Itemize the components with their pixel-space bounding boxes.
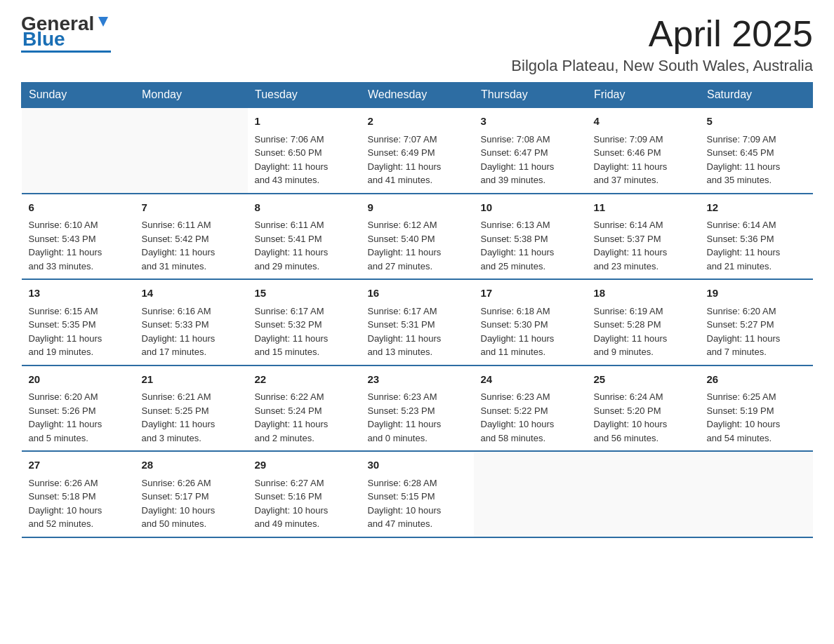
day-info: Sunrise: 6:28 AMSunset: 5:15 PMDaylight:… <box>368 476 467 531</box>
day-number: 20 <box>29 372 128 388</box>
logo-underline <box>21 51 111 53</box>
day-number: 8 <box>255 200 354 216</box>
day-info: Sunrise: 6:17 AMSunset: 5:31 PMDaylight:… <box>368 304 467 359</box>
day-info: Sunrise: 6:11 AMSunset: 5:41 PMDaylight:… <box>255 218 354 273</box>
day-number: 24 <box>481 372 580 388</box>
day-info: Sunrise: 6:27 AMSunset: 5:16 PMDaylight:… <box>255 476 354 531</box>
day-number: 1 <box>255 114 354 130</box>
day-number: 15 <box>255 286 354 302</box>
calendar-cell: 6Sunrise: 6:10 AMSunset: 5:43 PMDaylight… <box>22 194 135 280</box>
day-number: 7 <box>142 200 241 216</box>
day-header-wednesday: Wednesday <box>361 83 474 108</box>
day-number: 29 <box>255 457 354 474</box>
calendar-cell: 2Sunrise: 7:07 AMSunset: 6:49 PMDaylight… <box>361 107 474 194</box>
day-number: 25 <box>594 372 693 388</box>
day-info: Sunrise: 6:10 AMSunset: 5:43 PMDaylight:… <box>29 218 128 273</box>
day-number: 5 <box>707 114 806 130</box>
calendar-cell: 23Sunrise: 6:23 AMSunset: 5:23 PMDayligh… <box>361 365 474 452</box>
day-info: Sunrise: 6:23 AMSunset: 5:22 PMDaylight:… <box>481 390 580 445</box>
calendar-cell: 19Sunrise: 6:20 AMSunset: 5:27 PMDayligh… <box>700 279 813 365</box>
day-header-tuesday: Tuesday <box>248 83 361 108</box>
day-number: 19 <box>707 286 806 302</box>
location-title: Bilgola Plateau, New South Wales, Austra… <box>511 57 813 75</box>
calendar-cell: 21Sunrise: 6:21 AMSunset: 5:25 PMDayligh… <box>135 365 248 452</box>
page-header: General Blue April 2025 Bilgola Plateau,… <box>21 14 813 75</box>
day-info: Sunrise: 6:25 AMSunset: 5:19 PMDaylight:… <box>707 390 806 445</box>
day-info: Sunrise: 6:14 AMSunset: 5:36 PMDaylight:… <box>707 218 806 273</box>
svg-marker-0 <box>98 17 108 27</box>
day-number: 28 <box>142 457 241 474</box>
calendar-cell: 25Sunrise: 6:24 AMSunset: 5:20 PMDayligh… <box>587 365 700 452</box>
calendar-cell: 18Sunrise: 6:19 AMSunset: 5:28 PMDayligh… <box>587 279 700 365</box>
day-number: 3 <box>481 114 580 130</box>
logo: General Blue <box>21 14 111 53</box>
day-info: Sunrise: 6:26 AMSunset: 5:18 PMDaylight:… <box>29 476 128 531</box>
calendar-cell: 16Sunrise: 6:17 AMSunset: 5:31 PMDayligh… <box>361 279 474 365</box>
calendar-cell <box>700 451 813 537</box>
day-info: Sunrise: 6:15 AMSunset: 5:35 PMDaylight:… <box>29 304 128 359</box>
day-info: Sunrise: 7:07 AMSunset: 6:49 PMDaylight:… <box>368 133 467 187</box>
day-info: Sunrise: 6:12 AMSunset: 5:40 PMDaylight:… <box>368 218 467 273</box>
calendar-cell: 28Sunrise: 6:26 AMSunset: 5:17 PMDayligh… <box>135 451 248 537</box>
day-number: 30 <box>368 457 467 474</box>
calendar-cell: 22Sunrise: 6:22 AMSunset: 5:24 PMDayligh… <box>248 365 361 452</box>
calendar-cell <box>22 107 135 194</box>
week-row-1: 1Sunrise: 7:06 AMSunset: 6:50 PMDaylight… <box>22 107 813 194</box>
day-info: Sunrise: 6:19 AMSunset: 5:28 PMDaylight:… <box>594 304 693 359</box>
calendar-cell: 11Sunrise: 6:14 AMSunset: 5:37 PMDayligh… <box>587 194 700 280</box>
calendar-cell: 3Sunrise: 7:08 AMSunset: 6:47 PMDaylight… <box>474 107 587 194</box>
day-number: 9 <box>368 200 467 216</box>
calendar-cell: 15Sunrise: 6:17 AMSunset: 5:32 PMDayligh… <box>248 279 361 365</box>
week-row-3: 13Sunrise: 6:15 AMSunset: 5:35 PMDayligh… <box>22 279 813 365</box>
day-info: Sunrise: 6:21 AMSunset: 5:25 PMDaylight:… <box>142 390 241 445</box>
calendar-cell: 13Sunrise: 6:15 AMSunset: 5:35 PMDayligh… <box>22 279 135 365</box>
calendar-cell: 4Sunrise: 7:09 AMSunset: 6:46 PMDaylight… <box>587 107 700 194</box>
calendar-cell: 14Sunrise: 6:16 AMSunset: 5:33 PMDayligh… <box>135 279 248 365</box>
day-info: Sunrise: 6:22 AMSunset: 5:24 PMDaylight:… <box>255 390 354 445</box>
calendar-header-row: SundayMondayTuesdayWednesdayThursdayFrid… <box>22 83 813 108</box>
calendar-cell: 10Sunrise: 6:13 AMSunset: 5:38 PMDayligh… <box>474 194 587 280</box>
day-number: 11 <box>594 200 693 216</box>
calendar-cell: 5Sunrise: 7:09 AMSunset: 6:45 PMDaylight… <box>700 107 813 194</box>
day-info: Sunrise: 6:16 AMSunset: 5:33 PMDaylight:… <box>142 304 241 359</box>
calendar-cell: 7Sunrise: 6:11 AMSunset: 5:42 PMDaylight… <box>135 194 248 280</box>
week-row-5: 27Sunrise: 6:26 AMSunset: 5:18 PMDayligh… <box>22 451 813 537</box>
week-row-2: 6Sunrise: 6:10 AMSunset: 5:43 PMDaylight… <box>22 194 813 280</box>
calendar-cell: 12Sunrise: 6:14 AMSunset: 5:36 PMDayligh… <box>700 194 813 280</box>
day-number: 13 <box>29 286 128 302</box>
day-header-sunday: Sunday <box>22 83 135 108</box>
day-info: Sunrise: 7:06 AMSunset: 6:50 PMDaylight:… <box>255 133 354 187</box>
day-info: Sunrise: 6:26 AMSunset: 5:17 PMDaylight:… <box>142 476 241 531</box>
day-number: 12 <box>707 200 806 216</box>
day-number: 16 <box>368 286 467 302</box>
day-info: Sunrise: 6:18 AMSunset: 5:30 PMDaylight:… <box>481 304 580 359</box>
day-header-monday: Monday <box>135 83 248 108</box>
day-header-thursday: Thursday <box>474 83 587 108</box>
calendar-table: SundayMondayTuesdayWednesdayThursdayFrid… <box>21 82 813 538</box>
day-number: 27 <box>29 457 128 474</box>
day-info: Sunrise: 6:24 AMSunset: 5:20 PMDaylight:… <box>594 390 693 445</box>
day-info: Sunrise: 6:17 AMSunset: 5:32 PMDaylight:… <box>255 304 354 359</box>
day-number: 14 <box>142 286 241 302</box>
calendar-cell <box>474 451 587 537</box>
month-title: April 2025 <box>511 14 813 54</box>
day-info: Sunrise: 6:14 AMSunset: 5:37 PMDaylight:… <box>594 218 693 273</box>
day-info: Sunrise: 6:13 AMSunset: 5:38 PMDaylight:… <box>481 218 580 273</box>
calendar-cell: 29Sunrise: 6:27 AMSunset: 5:16 PMDayligh… <box>248 451 361 537</box>
calendar-cell <box>587 451 700 537</box>
title-area: April 2025 Bilgola Plateau, New South Wa… <box>511 14 813 75</box>
day-info: Sunrise: 6:23 AMSunset: 5:23 PMDaylight:… <box>368 390 467 445</box>
day-info: Sunrise: 7:08 AMSunset: 6:47 PMDaylight:… <box>481 133 580 187</box>
calendar-cell <box>135 107 248 194</box>
day-number: 6 <box>29 200 128 216</box>
day-number: 21 <box>142 372 241 388</box>
calendar-cell: 24Sunrise: 6:23 AMSunset: 5:22 PMDayligh… <box>474 365 587 452</box>
day-info: Sunrise: 6:11 AMSunset: 5:42 PMDaylight:… <box>142 218 241 273</box>
calendar-cell: 17Sunrise: 6:18 AMSunset: 5:30 PMDayligh… <box>474 279 587 365</box>
calendar-cell: 20Sunrise: 6:20 AMSunset: 5:26 PMDayligh… <box>22 365 135 452</box>
day-number: 17 <box>481 286 580 302</box>
day-number: 26 <box>707 372 806 388</box>
day-number: 10 <box>481 200 580 216</box>
logo-triangle-icon <box>95 14 111 29</box>
day-info: Sunrise: 6:20 AMSunset: 5:27 PMDaylight:… <box>707 304 806 359</box>
